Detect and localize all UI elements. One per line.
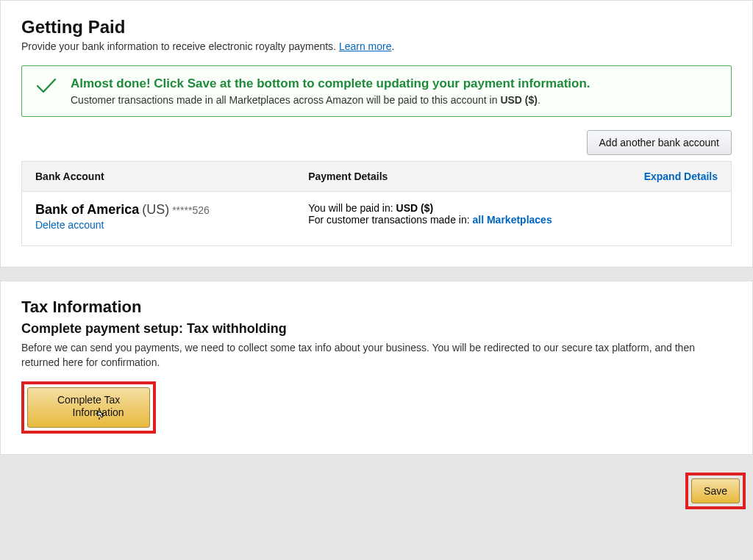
paid-in-label: You will be paid in: [308,202,396,214]
marketplaces-link[interactable]: all Marketplaces [473,214,552,226]
bank-mask: *****526 [172,204,210,216]
alert-title: Almost done! Click Save at the bottom to… [71,76,590,91]
tax-info-panel: Tax Information Complete payment setup: … [0,281,753,455]
getting-paid-subtitle: Provide your bank information to receive… [21,40,732,52]
cursor-icon [95,406,105,421]
th-payment-details: Payment Details [308,170,643,182]
getting-paid-panel: Getting Paid Provide your bank informati… [0,0,753,268]
transactions-label: For customer transactions made in: [308,214,472,226]
tax-body-text: Before we can send you payments, we need… [21,341,732,370]
complete-tax-info-label: Complete Tax Information [57,394,124,418]
highlight-box: Complete Tax Information [21,381,156,434]
check-icon [35,76,57,97]
bank-accounts-table: Bank Account Payment Details Expand Deta… [21,161,732,246]
highlight-box-save: Save [685,473,746,509]
learn-more-link[interactable]: Learn more [339,40,392,52]
tax-subtitle: Complete payment setup: Tax withholding [21,321,732,337]
tax-info-title: Tax Information [21,298,732,317]
subtitle-text: Provide your bank information to receive… [21,40,339,52]
alert-body-currency: USD ($) [500,94,538,106]
complete-tax-info-button[interactable]: Complete Tax Information [27,387,150,428]
th-bank-account: Bank Account [35,170,308,182]
save-button[interactable]: Save [691,478,740,503]
table-row: Bank of America (US) *****526 Delete acc… [22,192,731,245]
bank-country: (US) [142,202,169,217]
add-bank-account-button[interactable]: Add another bank account [587,130,732,155]
delete-account-link[interactable]: Delete account [35,219,104,231]
expand-details-link[interactable]: Expand Details [644,170,718,182]
save-row: Save [0,468,753,517]
subtitle-period: . [391,40,394,52]
paid-in-currency: USD ($) [396,202,434,214]
alert-body: Customer transactions made in all Market… [71,94,590,106]
alert-body-pre: Customer transactions made in all Market… [71,94,500,106]
alert-body-post: . [538,94,540,106]
getting-paid-title: Getting Paid [21,17,732,37]
success-alert: Almost done! Click Save at the bottom to… [21,65,732,117]
bank-name: Bank of America [35,202,139,217]
